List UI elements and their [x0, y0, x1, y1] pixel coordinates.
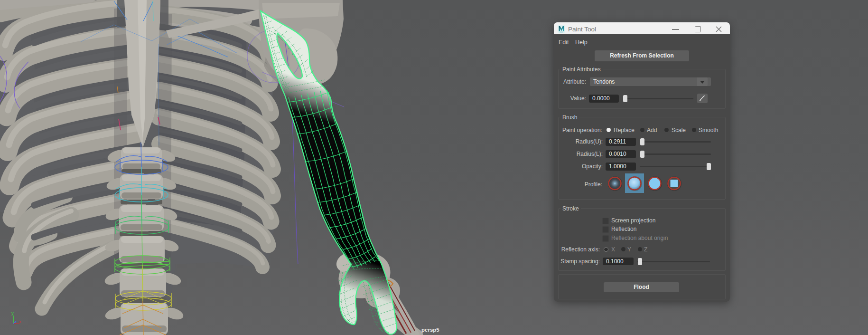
svg-text:z: z	[15, 319, 17, 324]
svg-text:persp5: persp5	[421, 327, 439, 333]
svg-text:x: x	[19, 319, 21, 324]
svg-text:y: y	[11, 310, 14, 316]
